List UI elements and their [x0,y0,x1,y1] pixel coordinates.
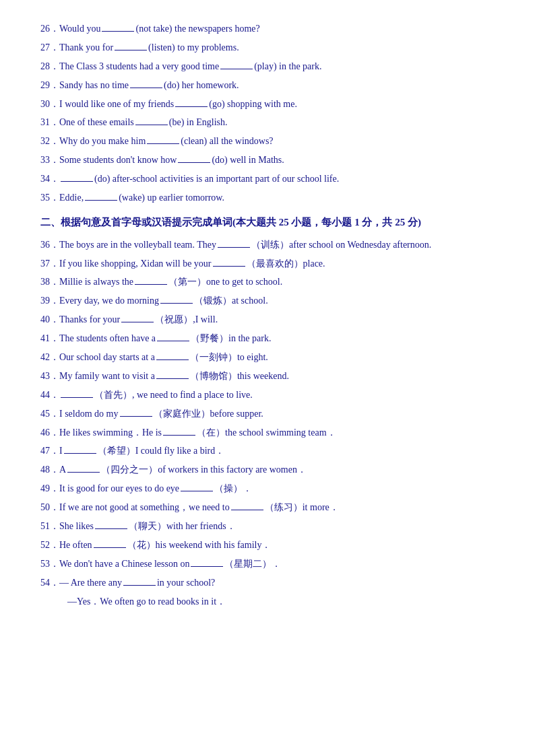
part2-questions: 36．The boys are in the volleyball team. … [40,236,495,611]
question-number: 50． [40,499,59,516]
question-number: 30． [40,96,59,113]
question-number: 46． [40,424,59,442]
answer-blank[interactable] [123,575,156,586]
question-line: 31．One of these emails (be) in English. [40,114,495,131]
answer-blank[interactable] [95,518,127,529]
answer-blank[interactable] [157,331,189,341]
question-text: Every day, we do morning [59,292,159,310]
section2-title: 二、根据句意及首字母或汉语提示完成单词(本大题共 25 小题，每小题 1 分，共… [40,213,495,232]
question-text: （博物馆）this weekend. [190,368,289,385]
question-line: 40．Thanks for your（祝愿）,I will. [40,311,495,329]
question-text: Eddie, [59,189,84,207]
answer-blank[interactable] [156,349,189,360]
question-text: Why do you make him [59,133,146,150]
question-line: 51．She likes（聊天）with her friends． [40,518,495,535]
question-line: 46．He likes swimming．He is（在）the school … [40,424,495,442]
question-number: 54． [40,574,59,592]
question-line: 53．We don't have a Chinese lesson on（星期二… [40,555,495,573]
question-line: 42．Our school day starts at a （一刻钟）to ei… [40,349,495,366]
question-text: （首先）, we need to find a place to live. [94,386,253,404]
question-text: （家庭作业）before supper. [154,405,263,423]
question-text: (listen) to my problems. [148,39,239,57]
answer-blank[interactable] [102,21,134,32]
question-line: 50．If we are not good at something，we ne… [40,499,495,516]
question-text: （四分之一）of workers in this factory are wom… [101,461,307,479]
answer-blank[interactable] [85,190,117,201]
question-number: 35． [40,189,59,207]
question-number: 43． [40,368,59,385]
answer-blank[interactable] [135,114,168,125]
question-text: Thank you for [59,39,113,57]
question-text: （第一）one to get to school. [168,273,282,291]
answer-blank[interactable] [218,237,250,248]
question-text: We don't have a Chinese lesson on [59,555,189,573]
question-line: 28．The Class 3 students had a very good … [40,58,495,75]
question-line: 52．He often（花）his weekend with his famil… [40,537,495,554]
question-number: 27． [40,39,59,57]
question-number: 26． [40,20,59,38]
question-text: (go) shopping with me. [209,96,297,113]
question-text: （练习）it more． [265,499,339,516]
question-line: 26．Would you (not take) the newspapers h… [40,20,495,38]
answer-blank[interactable] [156,368,189,379]
question-text: (be) in English. [169,114,228,131]
answer-blank[interactable] [64,443,96,454]
question-number: 40． [40,311,59,329]
question-number: 45． [40,405,59,423]
question-line: 27．Thank you for (listen) to my problems… [40,39,495,57]
question-number: 42． [40,349,59,366]
question-number: 49． [40,480,59,497]
question-text: A [59,461,66,479]
question-text: （训练）after school on Wednesday afternoon. [251,236,431,254]
answer-blank[interactable] [191,556,223,567]
answer-blank[interactable] [67,462,100,473]
question-number: 28． [40,58,59,75]
question-text: （操）． [214,480,252,497]
question-text: My family want to visit a [59,368,155,385]
question-line: 29．Sandy has no time (do) her homework. [40,77,495,94]
question-text: If we are not good at something，we need … [59,499,230,516]
answer-blank[interactable] [160,293,193,304]
question-text: Some students don't know how [59,151,177,169]
question-text: （聊天）with her friends． [129,518,236,535]
answer-blank[interactable] [163,425,195,436]
answer-blank[interactable] [181,481,213,491]
question-line: 39．Every day, we do morning（锻炼）at school… [40,292,495,310]
answer-blank[interactable] [115,40,147,50]
question-number: 47． [40,442,59,460]
question-line: 43．My family want to visit a （博物馆）this w… [40,368,495,385]
question-number: 34． [40,170,59,188]
answer-blank[interactable] [231,500,263,510]
answer-blank[interactable] [178,152,210,163]
question-number: 29． [40,77,59,94]
question-text: The boys are in the volleyball team. The… [59,236,216,254]
answer-blank[interactable] [94,537,126,548]
question-line: 44．（首先）, we need to find a place to live… [40,386,495,404]
answer-blank[interactable] [175,96,208,107]
question-text: (clean) all the windows? [181,133,273,150]
answer-blank[interactable] [61,171,93,182]
answer-blank[interactable] [213,256,245,267]
question-number: 52． [40,537,59,554]
answer-blank[interactable] [120,406,152,417]
answer-blank[interactable] [121,312,154,322]
question-text: (wake) up earlier tomorrow. [119,189,224,207]
question-text: （一刻钟）to eight. [190,349,268,366]
question-number: 48． [40,461,59,479]
answer-blank[interactable] [130,77,162,88]
question-number: 33． [40,151,59,169]
question-line: 35．Eddie, (wake) up earlier tomorrow. [40,189,495,207]
question-line: —Yes．We often go to read books in it． [40,593,495,611]
question-text: Our school day starts at a [59,349,155,366]
question-text: (do) well in Maths. [212,151,284,169]
answer-blank[interactable] [220,59,253,69]
question-text: Millie is always the [59,273,133,291]
question-line: 41．The students often have a （野餐）in the … [40,330,495,347]
question-line: 49．It is good for our eyes to do eye（操）． [40,480,495,497]
answer-blank[interactable] [135,274,167,285]
answer-blank[interactable] [61,387,93,398]
question-text: The Class 3 students had a very good tim… [59,58,219,75]
answer-blank[interactable] [147,133,179,144]
question-number: 39． [40,292,59,310]
part1-questions: 26．Would you (not take) the newspapers h… [40,20,495,207]
